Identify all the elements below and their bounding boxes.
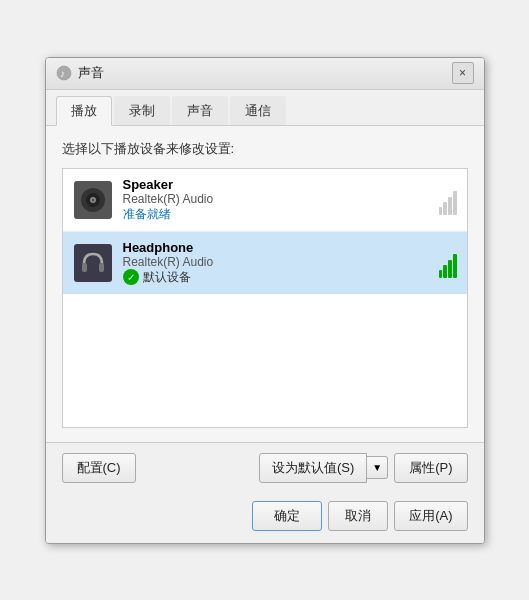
speaker-info: Speaker Realtek(R) Audio 准备就绪 (123, 177, 429, 223)
vol-bar-2 (443, 265, 447, 278)
tab-comm[interactable]: 通信 (230, 96, 286, 125)
device-item-headphone[interactable]: Headphone Realtek(R) Audio ✓ 默认设备 (63, 232, 467, 294)
dialog-window: ♪ 声音 × 播放 录制 声音 通信 选择以下播放设备来修改设置: (45, 57, 485, 544)
vol-bar-2 (443, 202, 447, 215)
headphone-volume (439, 248, 457, 278)
apply-button[interactable]: 应用(A) (394, 501, 467, 531)
window-title: 声音 (78, 64, 104, 82)
vol-bar-3 (448, 260, 452, 278)
vol-bar-4 (453, 191, 457, 215)
default-checkmark-icon: ✓ (123, 269, 139, 285)
speaker-device-icon (73, 180, 113, 220)
tab-bar: 播放 录制 声音 通信 (46, 90, 484, 126)
tab-playback[interactable]: 播放 (56, 96, 112, 126)
speaker-volume (439, 185, 457, 215)
svg-rect-8 (82, 263, 87, 272)
footer-row: 确定 取消 应用(A) (46, 493, 484, 543)
configure-button[interactable]: 配置(C) (62, 453, 136, 483)
sound-icon: ♪ (56, 65, 72, 81)
headphone-driver: Realtek(R) Audio (123, 255, 429, 269)
svg-rect-7 (74, 244, 112, 282)
set-default-button[interactable]: 设为默认值(S) (259, 453, 367, 483)
vol-bar-1 (439, 270, 443, 278)
title-bar-left: ♪ 声音 (56, 64, 104, 82)
headphone-status: ✓ 默认设备 (123, 269, 429, 286)
set-default-group: 设为默认值(S) ▼ (259, 453, 388, 483)
headphone-name: Headphone (123, 240, 429, 255)
vol-bar-4 (453, 254, 457, 278)
svg-point-6 (91, 198, 94, 201)
ok-button[interactable]: 确定 (252, 501, 322, 531)
speaker-driver: Realtek(R) Audio (123, 192, 429, 206)
device-list: Speaker Realtek(R) Audio 准备就绪 (62, 168, 468, 428)
instruction-text: 选择以下播放设备来修改设置: (62, 140, 468, 158)
set-default-dropdown-button[interactable]: ▼ (367, 456, 388, 479)
headphone-info: Headphone Realtek(R) Audio ✓ 默认设备 (123, 240, 429, 286)
speaker-status: 准备就绪 (123, 206, 429, 223)
cancel-button[interactable]: 取消 (328, 501, 388, 531)
properties-button[interactable]: 属性(P) (394, 453, 467, 483)
tab-content: 选择以下播放设备来修改设置: Speaker Realtek(R) A (46, 126, 484, 442)
tab-sound[interactable]: 声音 (172, 96, 228, 125)
tab-record[interactable]: 录制 (114, 96, 170, 125)
speaker-name: Speaker (123, 177, 429, 192)
headphone-device-icon (73, 243, 113, 283)
bottom-left-buttons: 配置(C) (62, 453, 136, 483)
device-item-speaker[interactable]: Speaker Realtek(R) Audio 准备就绪 (63, 169, 467, 232)
svg-text:♪: ♪ (60, 68, 65, 79)
vol-bar-3 (448, 197, 452, 215)
title-bar: ♪ 声音 × (46, 58, 484, 90)
vol-bar-1 (439, 207, 443, 215)
bottom-center-buttons: 设为默认值(S) ▼ 属性(P) (259, 453, 468, 483)
close-button[interactable]: × (452, 62, 474, 84)
svg-rect-9 (99, 263, 104, 272)
bottom-action-bar: 配置(C) 设为默认值(S) ▼ 属性(P) (46, 442, 484, 493)
